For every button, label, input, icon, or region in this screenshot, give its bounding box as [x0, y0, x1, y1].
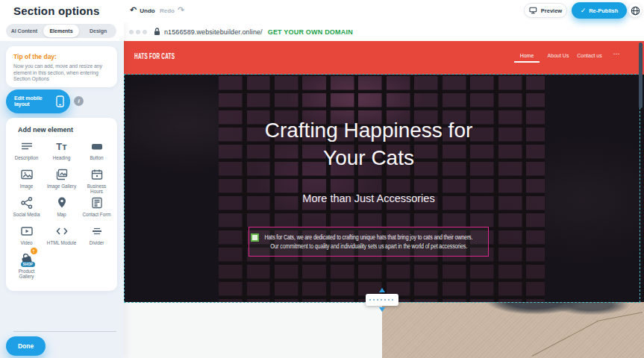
element-item-label: Divider [81, 240, 113, 245]
tip-of-the-day-card: Tip of the day: Now you can add, move an… [6, 46, 117, 87]
shop-tag-label: SHOP [21, 262, 36, 267]
page-title: Section options [13, 4, 100, 17]
info-icon[interactable]: i [74, 96, 84, 106]
element-item-label: Image Gallery [46, 183, 78, 189]
top-bar: Section options ↶ Undo Redo ↷ Preview ✓ … [0, 0, 644, 22]
contact-form-icon [90, 195, 104, 210]
done-button[interactable]: Done [6, 336, 46, 356]
redo-button[interactable]: Redo ↷ [160, 7, 184, 14]
element-item-label: Business Hours [81, 183, 113, 194]
browser-bar: n1566589.websitebuilder.online/ GET YOUR… [124, 22, 644, 41]
edit-mobile-layout-button[interactable]: Edit mobile layout [6, 90, 70, 113]
check-icon: ✓ [581, 7, 587, 14]
element-grid: Description Tт Heading Button Image Imag… [9, 139, 114, 280]
nav-active-underline [514, 61, 540, 63]
element-item-label: Contact Form [81, 212, 113, 217]
add-new-element-panel: Add new element Description Tт Heading B… [6, 118, 117, 291]
monitor-icon [529, 7, 538, 14]
element-item-label: Video [11, 240, 43, 245]
nav-contact-us[interactable]: Contact us [571, 53, 608, 58]
element-item-label: Map [46, 212, 78, 217]
upgrade-badge-icon: ↑ [31, 248, 37, 254]
republish-button[interactable]: ✓ Re-Publish [572, 2, 627, 19]
hero-content: Crafting Happiness for Your Cats More th… [124, 75, 613, 302]
element-item-divider[interactable]: Divider [79, 224, 114, 252]
section-resize-handle[interactable] [366, 294, 398, 306]
hero-section[interactable]: Crafting Happiness for Your Cats More th… [124, 75, 644, 302]
sidebar: AI Content Elements Design Tip of the da… [0, 22, 124, 358]
element-item-button[interactable]: Button [79, 139, 114, 167]
pavement-joint-line [597, 312, 643, 321]
site-header: HATS FOR CATS Home About Us Contact us ⋯ [124, 41, 644, 75]
undo-button[interactable]: ↶ Undo [130, 7, 155, 14]
redo-label: Redo [160, 7, 175, 14]
hero-paragraph-line: Hats for Cats, we are dedicated to craft… [265, 233, 473, 242]
element-item-image[interactable]: Image [9, 167, 44, 195]
edit-mobile-layout-label: Edit mobile layout [14, 95, 51, 108]
add-new-element-title: Add new element [18, 126, 73, 134]
element-item-image-gallery[interactable]: Image Gallery [44, 167, 79, 195]
social-media-icon [20, 195, 34, 210]
html-module-icon [55, 224, 69, 238]
element-item-heading[interactable]: Tт Heading [44, 139, 79, 167]
redo-icon: ↷ [178, 7, 184, 14]
language-globe-button[interactable] [628, 4, 642, 17]
element-item-label: Description [11, 155, 43, 160]
element-item-label: Product Gallery [11, 268, 43, 279]
element-item-label: Heading [46, 155, 78, 160]
text-selection-handle[interactable] [251, 233, 259, 242]
sidebar-divider [13, 331, 116, 332]
heading-icon: Tт [56, 139, 66, 153]
hero-subheading: More than Just Accessories [124, 192, 613, 204]
element-item-description[interactable]: Description [9, 139, 44, 167]
undo-label: Undo [140, 7, 154, 14]
image-gallery-icon [55, 167, 69, 181]
preview-button[interactable]: Preview [524, 3, 567, 18]
button-icon [90, 139, 104, 153]
hero-paragraph-line: Our commitment to quality and individual… [270, 242, 467, 251]
site-logo[interactable]: HATS FOR CATS [134, 52, 175, 60]
business-hours-icon [90, 167, 104, 181]
element-item-social-media[interactable]: Social Media [9, 195, 44, 224]
element-item-product-gallery[interactable]: SHOP ↑ Product Gallery [9, 252, 44, 280]
element-item-contact-form[interactable]: Contact Form [79, 195, 114, 224]
element-item-html-module[interactable]: HTML Module [44, 224, 79, 252]
mobile-phone-icon [56, 95, 64, 107]
tab-ai-content[interactable]: AI Content [6, 24, 43, 38]
video-icon [20, 224, 34, 238]
resize-handle-dots [369, 299, 395, 301]
globe-icon [631, 6, 640, 16]
map-icon [55, 195, 69, 210]
element-item-video[interactable]: Video [9, 224, 44, 252]
website-builder-app: Section options ↶ Undo Redo ↷ Preview ✓ … [0, 0, 644, 358]
image-icon [20, 167, 34, 181]
element-item-label: Button [81, 155, 113, 160]
element-item-label: Image [11, 183, 43, 189]
description-icon [20, 139, 34, 153]
cat-photo [382, 302, 644, 358]
tab-elements[interactable]: Elements [43, 25, 80, 37]
site-preview: HATS FOR CATS Home About Us Contact us ⋯… [124, 41, 644, 358]
browser-dots-icon [129, 30, 147, 34]
element-item-business-hours[interactable]: Business Hours [79, 167, 114, 195]
undo-icon: ↶ [130, 7, 137, 14]
hero-paragraph-box[interactable]: Hats for Cats, we are dedicated to craft… [248, 227, 489, 257]
element-item-map[interactable]: Map [44, 195, 79, 224]
tip-title: Tip of the day: [13, 53, 57, 60]
element-item-label: Social Media [11, 212, 43, 217]
get-domain-link[interactable]: GET YOUR OWN DOMAIN [268, 28, 353, 36]
site-url: n1566589.websitebuilder.online/ [164, 28, 263, 36]
tip-body: Now you can add, move and resize any ele… [13, 63, 112, 83]
tab-design[interactable]: Design [80, 24, 116, 38]
resize-arrow-down-icon [379, 307, 385, 312]
preview-scrollbar-thumb[interactable] [639, 43, 643, 108]
nav-more-icon[interactable]: ⋯ [611, 50, 622, 57]
hero-heading: Crafting Happiness for Your Cats [124, 116, 613, 172]
lock-icon [154, 28, 160, 36]
element-item-label: HTML Module [46, 240, 78, 245]
product-gallery-icon: SHOP ↑ [18, 252, 36, 266]
divider-icon [90, 224, 104, 238]
preview-label: Preview [541, 7, 562, 14]
republish-label: Re-Publish [589, 7, 618, 14]
nav-home[interactable]: Home [516, 53, 538, 58]
